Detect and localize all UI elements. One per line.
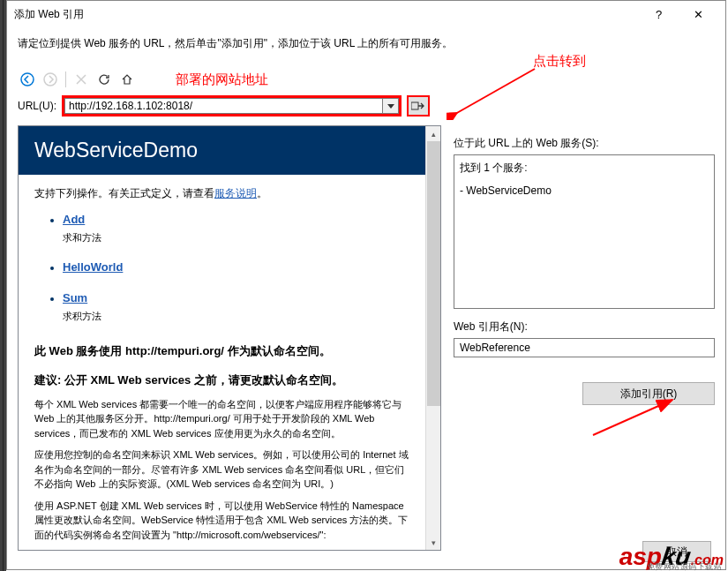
refname-label: Web 引用名(N): <box>454 319 715 334</box>
nav-toolbar: 部署的网站地址 <box>7 67 725 92</box>
go-button[interactable] <box>407 95 430 116</box>
operation-item: Add求和方法 <box>63 211 409 246</box>
window-title: 添加 Web 引用 <box>14 7 639 22</box>
services-listbox[interactable]: 找到 1 个服务: - WebServiceDemo <box>454 154 715 309</box>
svg-point-0 <box>21 73 34 86</box>
namespace-para2: 应使用您控制的命名空间来标识 XML Web services。例如，可以使用公… <box>34 447 409 492</box>
url-label: URL(U): <box>18 100 56 112</box>
services-label: 位于此 URL 上的 Web 服务(S): <box>454 136 715 151</box>
titlebar: 添加 Web 引用 ? ✕ <box>7 1 725 27</box>
namespace-heading: 此 Web 服务使用 http://tempuri.org/ 作为默认命名空间。 <box>34 342 409 361</box>
scrollbar-vertical[interactable]: ▴ ▾ <box>425 126 440 550</box>
window-edge <box>0 0 6 571</box>
add-web-reference-dialog: 添加 Web 引用 ? ✕ 请定位到提供 Web 服务的 URL，然后单击"添加… <box>6 0 726 570</box>
help-button[interactable]: ? <box>639 2 679 26</box>
url-row: URL(U): <box>7 92 725 125</box>
svg-rect-2 <box>411 102 418 109</box>
svg-point-1 <box>44 73 56 86</box>
scroll-down-icon[interactable]: ▾ <box>426 535 441 550</box>
url-input[interactable] <box>64 98 383 114</box>
service-list-item[interactable]: - WebServiceDemo <box>460 184 709 197</box>
operation-link-add[interactable]: Add <box>63 213 85 226</box>
scrollbar-thumb[interactable] <box>427 141 440 406</box>
forward-button[interactable] <box>41 70 60 89</box>
url-dropdown-button[interactable] <box>383 98 399 114</box>
close-button[interactable]: ✕ <box>679 2 718 26</box>
stop-button[interactable] <box>71 70 91 89</box>
annotation-deploy-url: 部署的网站地址 <box>176 71 268 88</box>
operation-link-helloworld[interactable]: HelloWorld <box>63 260 123 274</box>
reference-details-panel: 位于此 URL 上的 Web 服务(S): 找到 1 个服务: - WebSer… <box>441 125 715 551</box>
instruction-text: 请定位到提供 Web 服务的 URL，然后单击"添加引用"，添加位于该 URL … <box>7 27 725 67</box>
namespace-para3: 使用 ASP.NET 创建 XML Web services 时，可以使用 We… <box>34 499 409 543</box>
webservice-title: WebServiceDemo <box>19 126 425 175</box>
operation-item: HelloWorld <box>63 259 409 277</box>
refresh-button[interactable] <box>94 70 114 89</box>
found-count: 找到 1 个服务: <box>460 161 709 176</box>
add-reference-button[interactable]: 添加引用(R) <box>582 382 715 405</box>
refname-input[interactable] <box>454 338 715 357</box>
home-button[interactable] <box>117 70 137 89</box>
url-combo <box>62 95 402 116</box>
namespace-para1: 每个 XML Web services 都需要一个唯一的命名空间，以便客户端应用… <box>34 397 409 441</box>
support-text: 支持下列操作。有关正式定义，请查看服务说明。 <box>34 185 409 202</box>
browser-preview-panel: WebServiceDemo 支持下列操作。有关正式定义，请查看服务说明。 Ad… <box>18 125 441 551</box>
operation-link-sum[interactable]: Sum <box>63 291 87 304</box>
back-button[interactable] <box>18 70 37 89</box>
recommendation-heading: 建议: 公开 XML Web services 之前，请更改默认命名空间。 <box>34 372 409 390</box>
service-description-link[interactable]: 服务说明 <box>214 187 257 199</box>
operations-list: Add求和方法 HelloWorld Sum求积方法 <box>63 211 409 325</box>
operation-item: Sum求积方法 <box>63 289 409 325</box>
annotation-click-go: 点击转到 <box>533 53 586 70</box>
scroll-up-icon[interactable]: ▴ <box>426 126 441 141</box>
watermark: aspku.com 免费网站源码下载站 <box>619 543 724 571</box>
